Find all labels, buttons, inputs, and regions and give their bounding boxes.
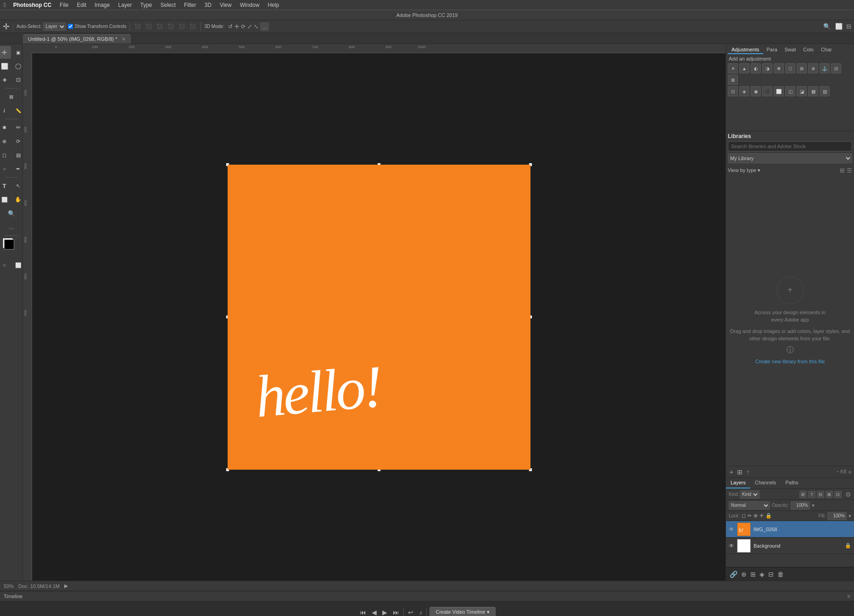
align-center-h-icon[interactable]: ⬛: [144, 22, 153, 30]
tab-paths[interactable]: Paths: [781, 478, 803, 488]
search-icon[interactable]: 🔍: [823, 23, 831, 30]
filter-type-icon[interactable]: T: [808, 491, 815, 498]
layer-panel-menu-icon[interactable]: ≡: [848, 469, 851, 475]
show-transform-checkbox[interactable]: [68, 24, 73, 29]
adj-vibrance-icon[interactable]: ❋: [774, 63, 784, 73]
adj-exposure-icon[interactable]: ◑: [762, 63, 772, 73]
filter-shape-icon[interactable]: ⊟: [817, 491, 824, 498]
adj-brightness-icon[interactable]: ☀: [728, 63, 738, 73]
rectangular-marquee-tool[interactable]: ⬜: [0, 60, 11, 72]
create-library-link[interactable]: Create new library from this file: [755, 359, 825, 364]
adj-gradientmap-icon[interactable]: ⬛: [762, 86, 772, 96]
lock-all-icon[interactable]: 🔒: [765, 513, 772, 519]
panel-smart-icon[interactable]: ⊟: [767, 570, 775, 579]
timeline-play-btn[interactable]: ▶: [381, 608, 389, 616]
timeline-audio-btn[interactable]: ♪: [418, 608, 424, 616]
tab-layers[interactable]: Layers: [726, 478, 750, 488]
adj-colorlookup-icon[interactable]: ⊠: [728, 75, 738, 85]
adj-hsl-icon[interactable]: ⬡: [785, 63, 795, 73]
menu-app-name[interactable]: Photoshop CC: [10, 1, 55, 9]
filter-adj-icon[interactable]: ⊡: [834, 491, 842, 498]
quick-select-tool[interactable]: ✤: [0, 73, 11, 86]
layer-comp-btn[interactable]: ↑: [745, 468, 750, 476]
layer-row-img0268[interactable]: 👁 h! IMG_0268: [726, 521, 854, 538]
filter-smartobj-icon[interactable]: ⊠: [826, 491, 833, 498]
3d-rotate-icon[interactable]: ↺: [228, 23, 233, 30]
adj-levels-icon[interactable]: ▲: [739, 63, 749, 73]
align-left-icon[interactable]: ⬛: [133, 22, 142, 30]
tab-channels[interactable]: Channels: [750, 478, 781, 488]
library-dropdown[interactable]: My Library: [728, 153, 852, 163]
panel-add-icon[interactable]: ⊕: [740, 570, 748, 579]
dodge-tool[interactable]: ○: [0, 162, 11, 175]
timeline-menu-icon[interactable]: ≡: [847, 593, 850, 599]
eyedropper-tool[interactable]: 𝒊: [0, 104, 11, 117]
adj-invert-icon[interactable]: ⊡: [728, 86, 738, 96]
menu-3d[interactable]: 3D: [201, 1, 215, 9]
timeline-prev-frame-btn[interactable]: ◀: [370, 608, 378, 616]
timeline-loop-btn[interactable]: ↩: [407, 608, 415, 616]
menu-file[interactable]: File: [56, 1, 72, 9]
menu-layer[interactable]: Layer: [114, 1, 135, 9]
type-tool[interactable]: T: [0, 179, 11, 192]
clone-stamp-tool[interactable]: ⊕: [0, 135, 11, 148]
opacity-chevron-icon[interactable]: ▾: [812, 502, 815, 509]
adj-extra1-icon[interactable]: ◫: [785, 86, 795, 96]
lock-artboard-icon[interactable]: ⊕: [754, 513, 758, 519]
adj-threshold-icon[interactable]: ◉: [751, 86, 761, 96]
new-group-btn[interactable]: ⊞: [736, 468, 743, 476]
menu-help[interactable]: Help: [264, 1, 283, 9]
tab-para[interactable]: Para: [763, 46, 781, 54]
adj-extra3-icon[interactable]: ▩: [808, 86, 818, 96]
create-video-timeline-btn[interactable]: Create Video Timeline ▾: [430, 607, 495, 616]
lock-position-icon[interactable]: ✛: [759, 513, 764, 519]
show-transform-label[interactable]: Show Transform Controls: [68, 24, 126, 29]
fill-chevron-icon[interactable]: ▾: [848, 513, 851, 519]
menu-type[interactable]: Type: [137, 1, 156, 9]
workspace-icon[interactable]: ⬜: [835, 23, 843, 30]
3d-roll-icon[interactable]: ⟳: [241, 23, 246, 30]
adj-extra4-icon[interactable]: ▨: [820, 86, 830, 96]
filter-toggle-icon[interactable]: ⚙: [845, 491, 851, 498]
tab-char[interactable]: Char: [817, 46, 836, 54]
close-tab-icon[interactable]: ✕: [122, 36, 126, 42]
panel-mask-icon[interactable]: ⊞: [749, 570, 757, 579]
adj-selectivecolor-icon[interactable]: ⬜: [774, 86, 784, 96]
align-bottom-icon[interactable]: ⬛: [188, 22, 197, 30]
zoom-tool[interactable]: 🔍: [5, 207, 18, 220]
3d-scale-icon[interactable]: ⤡: [254, 23, 258, 30]
grid-view-icon[interactable]: ⊞: [840, 167, 845, 174]
layer-row-background[interactable]: 👁 Background 🔒: [726, 538, 854, 554]
timeline-first-frame-btn[interactable]: ⏮: [358, 608, 368, 616]
tab-swat[interactable]: Swat: [781, 46, 799, 54]
menu-view[interactable]: View: [216, 1, 235, 9]
filter-pixel-icon[interactable]: ⊞: [799, 491, 807, 498]
library-add-circle[interactable]: +: [776, 277, 804, 304]
libraries-search-input[interactable]: [728, 141, 852, 151]
3d-pan-icon[interactable]: ✛: [234, 23, 239, 30]
auto-select-dropdown[interactable]: Layer Group: [43, 22, 66, 31]
panel-link-icon[interactable]: 🔗: [729, 570, 738, 579]
adj-extra2-icon[interactable]: ◪: [797, 86, 807, 96]
tab-adjustments[interactable]: Adjustments: [728, 46, 763, 54]
new-layer-btn[interactable]: +: [729, 468, 734, 476]
fill-input[interactable]: [827, 512, 847, 520]
blending-mode-dropdown[interactable]: Normal Multiply Screen Overlay: [729, 501, 770, 510]
timeline-next-frame-btn[interactable]: ⏭: [391, 608, 401, 616]
align-right-icon[interactable]: ⬛: [155, 22, 164, 30]
adj-curves-icon[interactable]: ◐: [751, 63, 761, 73]
menu-window[interactable]: Window: [236, 1, 263, 9]
tab-colo[interactable]: Colo: [799, 46, 817, 54]
menu-filter[interactable]: Filter: [180, 1, 200, 9]
layer-visibility-background[interactable]: 👁: [729, 543, 734, 549]
frame-tool[interactable]: ⊠: [5, 90, 18, 103]
menu-select[interactable]: Select: [157, 1, 179, 9]
document-tab[interactable]: Untitled-1 @ 50% (IMG_0268, RGB/8) * ✕: [23, 34, 131, 44]
adj-bw-icon[interactable]: ⊕: [808, 63, 818, 73]
more-options-btn[interactable]: ...: [260, 22, 269, 31]
filter-kind-dropdown[interactable]: Kind: [740, 490, 759, 499]
align-center-v-icon[interactable]: ⬛: [177, 22, 186, 30]
foreground-color-swatch[interactable]: [4, 239, 14, 250]
panel-style-icon[interactable]: ◈: [759, 570, 765, 579]
opacity-input[interactable]: [791, 501, 810, 510]
